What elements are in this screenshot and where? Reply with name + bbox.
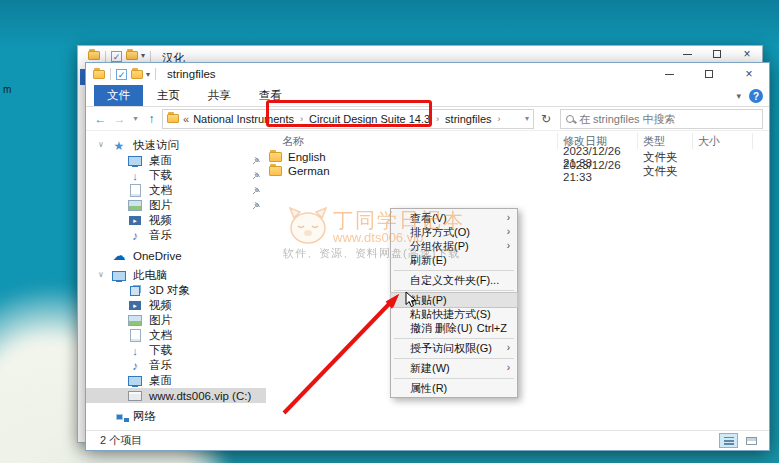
- pictures-icon: [128, 200, 142, 212]
- menu-item-refresh[interactable]: 刷新(E): [391, 253, 517, 267]
- sidebar-item-label: 此电脑: [133, 268, 168, 283]
- breadcrumb-item[interactable]: National Instruments: [193, 113, 294, 125]
- desktop-icon: [128, 155, 142, 167]
- menu-item-paste-shortcut[interactable]: 粘贴快捷方式(S): [391, 307, 517, 321]
- pin-icon: [252, 186, 261, 195]
- minimize-button[interactable]: [649, 63, 689, 85]
- menu-item-group-by[interactable]: 分组依据(P) ›: [391, 239, 517, 253]
- refresh-icon[interactable]: ↻: [536, 112, 556, 126]
- close-button[interactable]: ×: [729, 63, 769, 85]
- details-view-button[interactable]: [719, 433, 738, 448]
- videos-icon: [128, 300, 142, 312]
- sidebar-item-onedrive[interactable]: ☁ OneDrive: [86, 248, 266, 263]
- pin-icon: [252, 156, 261, 165]
- menu-accelerator: Ctrl+Z: [477, 321, 507, 335]
- sidebar-item-pc-downloads[interactable]: ↓ 下载: [86, 343, 266, 358]
- chevron-down-icon[interactable]: ▾: [146, 70, 150, 79]
- sidebar-item-downloads[interactable]: ↓ 下载: [86, 168, 266, 183]
- menu-item-view[interactable]: 查看(V) ›: [391, 211, 517, 225]
- sidebar-item-pictures[interactable]: 图片: [86, 198, 266, 213]
- file-row-english[interactable]: English 2023/12/26 21:33 文件夹: [266, 150, 769, 164]
- forward-button[interactable]: →: [111, 112, 128, 126]
- sidebar-item-label: 桌面: [149, 373, 172, 388]
- details-view-icon: [724, 437, 734, 445]
- submenu-arrow-icon: ›: [507, 361, 510, 375]
- column-header-type[interactable]: 类型: [638, 133, 693, 149]
- maximize-button[interactable]: [702, 46, 732, 62]
- folder-icon: [93, 70, 105, 79]
- sidebar-item-this-pc[interactable]: ∨ 此电脑: [86, 268, 266, 283]
- maximize-button[interactable]: [689, 63, 729, 85]
- search-icon: [566, 115, 574, 123]
- desktop-icon: [128, 375, 142, 387]
- titlebar: ✓ ▾ stringfiles ×: [86, 63, 769, 85]
- breadcrumb-separator[interactable]: ›: [434, 114, 441, 124]
- large-icons-view-icon: [746, 437, 757, 445]
- sidebar-item-videos[interactable]: 视频: [86, 213, 266, 228]
- sidebar-item-pc-music[interactable]: ♪ 音乐: [86, 358, 266, 373]
- document-icon: [128, 330, 142, 342]
- ribbon-expand-icon[interactable]: ▾: [736, 91, 741, 101]
- tab-share[interactable]: 共享: [194, 85, 245, 106]
- sidebar-item-label: 图片: [149, 198, 172, 213]
- file-row-german[interactable]: German 2023/12/26 21:33 文件夹: [266, 164, 769, 178]
- up-button[interactable]: ↑: [143, 112, 160, 126]
- address-bar: ← → ▾ ↑ « National Instruments › Circuit…: [86, 107, 769, 131]
- minimize-button[interactable]: [672, 46, 702, 62]
- sidebar-item-desktop[interactable]: 桌面: [86, 153, 266, 168]
- drive-icon: [128, 390, 142, 402]
- close-button[interactable]: ×: [732, 46, 762, 62]
- window-title: stringfiles: [167, 68, 216, 80]
- menu-item-properties[interactable]: 属性(R): [391, 381, 517, 395]
- sidebar-item-music[interactable]: ♪ 音乐: [86, 228, 266, 243]
- sidebar-item-pc-desktop[interactable]: 桌面: [86, 373, 266, 388]
- menu-item-new[interactable]: 新建(W) ›: [391, 361, 517, 375]
- folder-icon: [269, 166, 282, 176]
- recent-locations-icon[interactable]: ▾: [130, 114, 141, 123]
- checkmark-icon[interactable]: ✓: [116, 69, 127, 80]
- address-dropdown-icon[interactable]: ▾: [525, 114, 529, 123]
- column-header-name[interactable]: 名称: [266, 133, 558, 149]
- menu-item-paste[interactable]: 粘贴(P): [391, 293, 517, 307]
- search-input[interactable]: [579, 113, 757, 125]
- expand-icon[interactable]: ∨: [98, 140, 104, 149]
- computer-icon: [112, 270, 126, 282]
- sidebar-item-pc-videos[interactable]: 视频: [86, 298, 266, 313]
- breadcrumb-separator[interactable]: ›: [496, 114, 503, 124]
- sidebar-item-quick-access[interactable]: ∨ ★ 快速访问: [86, 138, 266, 153]
- folder-icon[interactable]: [131, 70, 143, 79]
- expand-icon[interactable]: ∨: [98, 270, 104, 279]
- sidebar-item-pc-pictures[interactable]: 图片: [86, 313, 266, 328]
- help-button[interactable]: ?: [749, 89, 763, 103]
- navigation-pane: ∨ ★ 快速访问 桌面 ↓ 下载 文档 图片: [86, 132, 266, 430]
- tab-view[interactable]: 查看: [245, 85, 296, 106]
- column-header-size[interactable]: 大小: [693, 133, 753, 149]
- onedrive-cloud-icon: ☁: [112, 250, 126, 262]
- menu-item-customize-folder[interactable]: 自定义文件夹(F)...: [391, 273, 517, 287]
- breadcrumb-separator[interactable]: ›: [298, 114, 305, 124]
- videos-icon: [128, 215, 142, 227]
- search-box[interactable]: [560, 109, 763, 129]
- back-button[interactable]: ←: [92, 112, 109, 126]
- breadcrumb-item[interactable]: stringfiles: [445, 113, 491, 125]
- sidebar-item-3d-objects[interactable]: 3D 对象: [86, 283, 266, 298]
- sidebar-item-documents[interactable]: 文档: [86, 183, 266, 198]
- quick-access-star-icon: ★: [112, 140, 126, 152]
- menu-item-sort-by[interactable]: 排序方式(O) ›: [391, 225, 517, 239]
- tab-home[interactable]: 主页: [143, 85, 194, 106]
- sidebar-item-pc-documents[interactable]: 文档: [86, 328, 266, 343]
- address-path[interactable]: « National Instruments › Circuit Design …: [162, 109, 534, 129]
- menu-item-give-access[interactable]: 授予访问权限(G) ›: [391, 341, 517, 355]
- checkmark-icon: ✓: [111, 51, 122, 62]
- breadcrumb-item[interactable]: Circuit Design Suite 14.3: [309, 113, 430, 125]
- submenu-arrow-icon: ›: [507, 211, 510, 225]
- chevron-down-icon: ▾: [141, 51, 145, 60]
- sidebar-item-network[interactable]: 网络: [86, 409, 266, 424]
- large-icons-view-button[interactable]: [742, 433, 761, 448]
- file-type: 文件夹: [638, 164, 693, 179]
- sidebar-item-label: 文档: [149, 183, 172, 198]
- sidebar-item-c-drive[interactable]: www.dts006.vip (C:): [86, 388, 266, 403]
- 3d-cube-icon: [128, 285, 142, 297]
- tab-file[interactable]: 文件: [94, 85, 143, 106]
- menu-item-undo-delete[interactable]: 撤消 删除(U) Ctrl+Z: [391, 321, 517, 335]
